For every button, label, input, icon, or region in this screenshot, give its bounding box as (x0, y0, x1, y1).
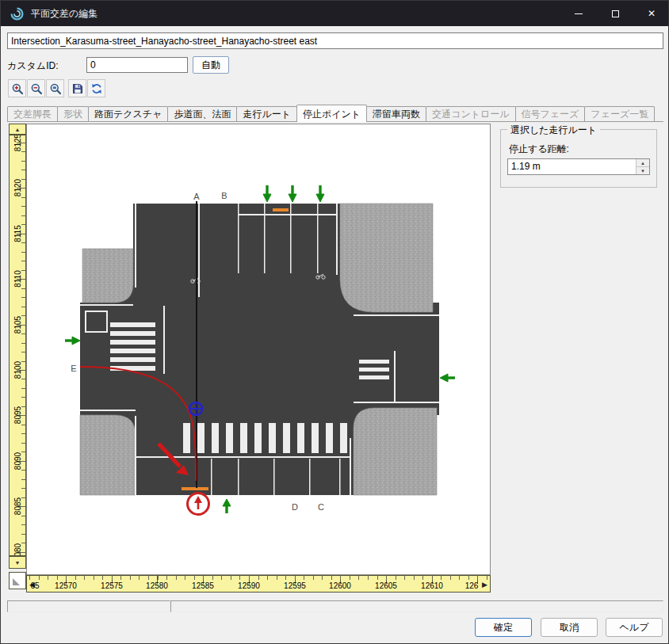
ruler-label: 8090 (13, 445, 23, 477)
ruler-label: 12600 (323, 581, 357, 590)
ruler-label: 12590 (231, 581, 266, 590)
ruler-label: 8120 (13, 172, 23, 204)
ok-button[interactable]: 確定 (475, 618, 532, 637)
tab-sidewalk-slope[interactable]: 歩道面、法面 (167, 106, 237, 121)
zoom-in-icon (11, 82, 24, 95)
group-title: 選択した走行ルート (507, 124, 600, 137)
tab-drive-route[interactable]: 走行ルート (236, 106, 297, 121)
tab-shape: 形状 (57, 106, 89, 121)
ruler-label: 8125 (13, 135, 23, 158)
stop-distance-value[interactable]: 1.19 m (508, 159, 636, 174)
ruler-label: 8100 (13, 354, 23, 386)
tab-road-texture[interactable]: 路面テクスチャ (88, 106, 168, 121)
horizontal-ruler[interactable]: ◀ ▶ 65 12570 12575 12580 12585 12590 125… (26, 575, 491, 593)
ruler-label: 12575 (94, 581, 129, 590)
close-button[interactable]: ✕ (633, 1, 669, 26)
zoom-in-button[interactable] (8, 79, 26, 97)
ruler-label: 8115 (13, 218, 23, 250)
refresh-button[interactable] (87, 79, 105, 97)
vertical-ruler[interactable]: 8125 8120 8115 8110 8105 8100 8095 8090 … (9, 135, 26, 556)
tab-leg-length: 交差脚長 (7, 106, 58, 121)
spin-up-button[interactable]: ▲ (637, 159, 649, 167)
zoom-out-button[interactable] (27, 79, 45, 97)
ruler-scroll-right-icon[interactable]: ▶ (482, 581, 487, 589)
save-button[interactable] (68, 79, 86, 97)
leg-label-a: A (193, 192, 200, 201)
save-icon (71, 82, 84, 95)
stop-point-marker[interactable] (188, 493, 209, 515)
selected-route-group: 選択した走行ルート 停止する距離: 1.19 m ▲ ▼ (500, 129, 657, 188)
tab-bar: 交差脚長 形状 路面テクスチャ 歩道面、法面 走行ルート 停止ポイント 滞留車両… (7, 105, 663, 122)
ruler-scroll-down-button[interactable]: ▼ (9, 556, 26, 569)
leg-label-e: E (71, 364, 76, 373)
window-title: 平面交差の編集 (31, 7, 97, 21)
stop-distance-spinbox: 1.19 m ▲ ▼ (507, 158, 650, 175)
ruler-label: 12610 (415, 581, 449, 590)
status-bar-right (170, 600, 663, 612)
spin-buttons: ▲ ▼ (636, 159, 649, 174)
spin-down-button[interactable]: ▼ (637, 167, 649, 174)
ruler-label: 12580 (140, 581, 174, 590)
ruler-label: 12605 (369, 581, 403, 590)
custom-id-input[interactable] (86, 57, 188, 73)
ruler-label: 8110 (13, 263, 23, 295)
maximize-icon (612, 10, 619, 17)
tab-traffic-control: 交通コントロール (426, 106, 515, 121)
tab-phase-list: フェーズ一覧 (584, 106, 655, 121)
ruler-scroll-up-button[interactable]: ▲ (9, 124, 26, 135)
app-swirl-icon (10, 7, 24, 21)
edit-intersection-dialog: 平面交差の編集 ✕ カスタムID: 自動 (0, 0, 669, 644)
tab-stop-point[interactable]: 停止ポイント (296, 105, 367, 122)
status-bar-left (7, 600, 170, 612)
tab-queued-vehicles[interactable]: 滞留車両数 (366, 106, 426, 121)
leg-label-b: B (221, 191, 227, 200)
intersection-name-input[interactable] (7, 32, 663, 49)
zoom-window-button[interactable] (46, 79, 64, 97)
ruler-label: 65 (26, 581, 44, 590)
leg-label-d: D (292, 502, 298, 512)
intersection-canvas[interactable]: A B C D E (26, 124, 491, 575)
minimize-icon (575, 13, 583, 14)
ruler-label: 8105 (13, 309, 23, 341)
ruler-label: 8085 (13, 490, 23, 522)
zoom-out-icon (30, 82, 43, 95)
auto-id-button[interactable]: 自動 (193, 56, 229, 74)
zoom-window-icon (49, 82, 62, 95)
leg-label-c: C (318, 502, 324, 512)
custom-id-label: カスタムID: (7, 59, 58, 73)
stop-distance-label: 停止する距離: (509, 143, 569, 156)
stop-point-tab-panel: ▲ 8125 8120 8115 8110 8105 8100 8095 809… (7, 121, 663, 595)
ruler-label: 12595 (277, 581, 312, 590)
title-bar: 平面交差の編集 ✕ (1, 1, 669, 26)
ruler-label: 8080 (13, 536, 23, 556)
ruler-label: 126 (461, 581, 482, 590)
window-controls: ✕ (560, 1, 669, 26)
ruler-label: 8095 (13, 399, 23, 431)
cancel-button[interactable]: 取消 (541, 618, 598, 637)
ruler-label: 12585 (185, 581, 220, 590)
ruler-label: 12570 (48, 581, 83, 590)
maximize-button[interactable] (597, 1, 633, 26)
refresh-icon (90, 82, 103, 95)
minimize-button[interactable] (560, 1, 597, 26)
ruler-corner-box (9, 572, 26, 589)
help-button[interactable]: ヘルプ (606, 618, 663, 637)
route-node-marker[interactable] (189, 402, 202, 416)
tab-signal-phase: 信号フェーズ (515, 106, 586, 121)
